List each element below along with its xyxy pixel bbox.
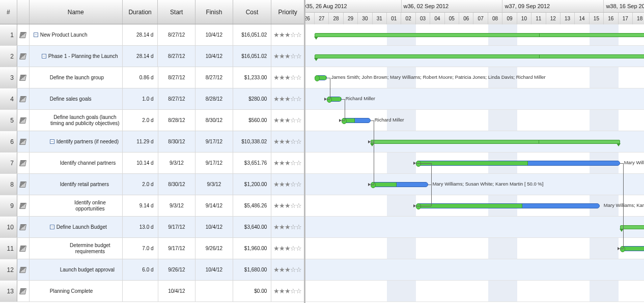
task-row[interactable]: 6−Identify partners (if needed)11.29 d8/… xyxy=(0,131,304,153)
task-name-cell[interactable]: −Identify partners (if needed) xyxy=(30,131,123,152)
cost-cell[interactable]: $280.00 xyxy=(233,88,272,109)
duration-cell[interactable]: 6.0 d xyxy=(123,259,158,280)
task-name-cell[interactable]: Define the launch group xyxy=(30,67,123,88)
duration-cell[interactable]: 11.29 d xyxy=(123,131,158,152)
task-row[interactable]: 4Define sales goals1.0 d8/27/128/28/12$2… xyxy=(0,88,304,110)
duration-cell[interactable]: 10.14 d xyxy=(123,153,158,173)
start-cell[interactable]: 8/30/12 xyxy=(158,174,196,195)
task-name-cell[interactable]: Determine budget requirements xyxy=(30,238,123,259)
task-row[interactable]: 3Define the launch group0.86 d8/27/128/2… xyxy=(0,67,304,88)
outline-toggle[interactable]: − xyxy=(34,33,38,37)
cost-cell[interactable]: $1,200.00 xyxy=(233,174,272,195)
start-cell[interactable]: 9/26/12 xyxy=(158,259,196,280)
priority-cell[interactable]: ★★★☆☆ xyxy=(271,24,304,45)
task-row[interactable]: 7Identify channel partners10.14 d9/3/129… xyxy=(0,153,304,174)
start-cell[interactable]: 8/27/12 xyxy=(158,24,195,45)
start-cell[interactable]: 8/28/12 xyxy=(158,110,196,131)
priority-cell[interactable]: ★★★☆☆ xyxy=(271,174,304,195)
priority-cell[interactable]: ★★★☆☆ xyxy=(271,238,304,259)
cost-cell[interactable]: $3,640.00 xyxy=(233,217,272,237)
cost-cell[interactable]: $5,486.26 xyxy=(233,195,272,216)
summary-bar[interactable] xyxy=(371,140,620,144)
outline-toggle[interactable]: − xyxy=(50,139,54,144)
outline-toggle[interactable]: − xyxy=(42,54,46,58)
start-cell[interactable]: 9/3/12 xyxy=(158,153,196,173)
duration-cell[interactable]: 7.0 d xyxy=(123,238,158,259)
finish-cell[interactable]: 9/3/12 xyxy=(195,174,233,195)
col-header-start[interactable]: Start xyxy=(158,0,195,24)
finish-cell[interactable]: 10/4/12 xyxy=(195,24,233,45)
duration-cell[interactable]: 28.14 d xyxy=(123,24,158,45)
duration-cell[interactable]: 2.0 d xyxy=(123,110,158,131)
priority-cell[interactable]: ★★★☆☆ xyxy=(271,88,304,109)
summary-bar[interactable] xyxy=(315,54,644,58)
cost-cell[interactable]: $560.00 xyxy=(233,110,272,131)
task-row[interactable]: 9Identify online opportunities9.14 d9/3/… xyxy=(0,195,304,217)
task-bar[interactable] xyxy=(416,161,620,166)
task-name-cell[interactable]: Launch budget approval xyxy=(30,259,123,280)
gantt-body[interactable]: James Smith; John Brown; Mary Williams; … xyxy=(305,24,644,302)
task-row[interactable]: 1−New Product Launch28.14 d8/27/1210/4/1… xyxy=(0,24,304,46)
priority-cell[interactable]: ★★★☆☆ xyxy=(271,131,304,152)
task-name-cell[interactable]: −Phase 1 - Planning the Launch xyxy=(30,46,123,67)
row-flag-cell[interactable] xyxy=(17,67,30,88)
task-name-cell[interactable]: Identify online opportunities xyxy=(30,195,123,216)
start-cell[interactable]: 8/27/12 xyxy=(158,46,195,67)
finish-cell[interactable]: 9/17/12 xyxy=(195,131,233,152)
task-row[interactable]: 10−Define Launch Budget13.0 d9/17/1210/4… xyxy=(0,217,304,238)
duration-cell[interactable]: 0.86 d xyxy=(123,67,158,88)
task-bar[interactable] xyxy=(315,75,327,80)
priority-cell[interactable]: ★★★☆☆ xyxy=(271,281,304,301)
duration-cell[interactable]: 28.14 d xyxy=(123,46,158,67)
cost-cell[interactable]: $0.00 xyxy=(233,281,272,301)
task-row[interactable]: 12Launch budget approval6.0 d9/26/1210/4… xyxy=(0,259,304,281)
task-row[interactable]: 2−Phase 1 - Planning the Launch28.14 d8/… xyxy=(0,46,304,67)
row-flag-cell[interactable] xyxy=(17,217,30,237)
priority-cell[interactable]: ★★★☆☆ xyxy=(271,259,304,280)
duration-cell[interactable]: 2.0 d xyxy=(123,174,158,195)
task-name-cell[interactable]: −New Product Launch xyxy=(30,24,123,45)
col-header-name[interactable]: Name xyxy=(30,0,123,24)
cost-cell[interactable]: $16,051.02 xyxy=(233,46,272,67)
col-header-cost[interactable]: Cost xyxy=(233,0,272,24)
col-header-number[interactable]: # xyxy=(0,0,17,24)
row-flag-cell[interactable] xyxy=(17,24,30,45)
finish-cell[interactable]: 10/4/12 xyxy=(195,259,233,280)
task-bar[interactable] xyxy=(620,246,644,251)
col-header-flag[interactable] xyxy=(17,0,30,24)
row-flag-cell[interactable] xyxy=(17,174,30,195)
outline-toggle[interactable]: − xyxy=(50,225,54,229)
task-bar[interactable] xyxy=(342,118,371,123)
finish-cell[interactable]: 8/27/12 xyxy=(195,67,233,88)
gantt-chart[interactable]: w35, 26 Aug 2012w36, 02 Sep 2012w37, 09 … xyxy=(305,0,644,303)
priority-cell[interactable]: ★★★☆☆ xyxy=(271,153,304,173)
start-cell[interactable]: 9/17/12 xyxy=(158,217,196,237)
task-bar[interactable] xyxy=(371,182,429,187)
task-bar[interactable] xyxy=(327,97,341,102)
start-cell[interactable]: 8/27/12 xyxy=(158,88,196,109)
row-flag-cell[interactable] xyxy=(17,153,30,173)
row-flag-cell[interactable] xyxy=(17,88,30,109)
duration-cell[interactable] xyxy=(123,281,158,301)
row-flag-cell[interactable] xyxy=(17,238,30,259)
start-cell[interactable]: 8/27/12 xyxy=(158,67,196,88)
priority-cell[interactable]: ★★★☆☆ xyxy=(271,195,304,216)
summary-bar[interactable] xyxy=(315,33,644,37)
row-flag-cell[interactable] xyxy=(17,46,30,67)
cost-cell[interactable]: $10,338.02 xyxy=(233,131,272,152)
finish-cell[interactable]: 9/26/12 xyxy=(195,238,233,259)
col-header-priority[interactable]: Priority xyxy=(271,0,304,24)
start-cell[interactable]: 8/30/12 xyxy=(158,131,196,152)
cost-cell[interactable]: $1,960.00 xyxy=(233,238,272,259)
finish-cell[interactable]: 8/30/12 xyxy=(195,110,233,131)
task-name-cell[interactable]: Identify retail partners xyxy=(30,174,123,195)
start-cell[interactable]: 10/4/12 xyxy=(158,281,196,301)
task-name-cell[interactable]: Identify channel partners xyxy=(30,153,123,173)
col-header-finish[interactable]: Finish xyxy=(195,0,233,24)
task-name-cell[interactable]: −Define Launch Budget xyxy=(30,217,123,237)
priority-cell[interactable]: ★★★☆☆ xyxy=(271,46,304,67)
finish-cell[interactable] xyxy=(195,281,233,301)
task-row[interactable]: 13Planning Complete10/4/12$0.00★★★☆☆ xyxy=(0,281,304,302)
row-flag-cell[interactable] xyxy=(17,110,30,131)
task-name-cell[interactable]: Define sales goals xyxy=(30,88,123,109)
